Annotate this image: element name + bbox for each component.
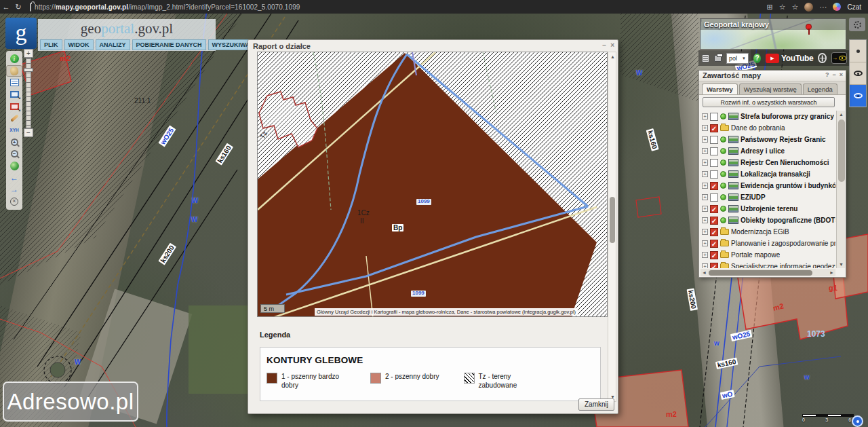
menu-item[interactable]: POBIERANIE DANYCH [132, 39, 206, 50]
contrast-option-selected[interactable] [850, 85, 866, 107]
contrast-option-small[interactable] [850, 40, 866, 62]
panel-tab[interactable]: Legenda [803, 83, 837, 94]
panel-horizontal-scrollbar[interactable]: ◄ ► [701, 269, 835, 276]
measure-tool[interactable] [6, 113, 22, 125]
zoom-thumb[interactable] [24, 68, 33, 72]
favorites-list-icon[interactable]: ☆ [792, 3, 799, 12]
layer-label[interactable]: Planowanie i zagospodarowanie przestrzen… [731, 240, 835, 247]
layer-checkbox[interactable]: ✓ [710, 228, 718, 236]
panel-minimize-icon[interactable]: − [832, 71, 835, 81]
zoom-in-button[interactable]: + [24, 49, 33, 58]
layer-label[interactable]: Adresy i ulice [741, 147, 785, 155]
dialog-close-icon[interactable]: × [610, 42, 614, 52]
layer-checkbox[interactable]: ✓ [710, 113, 718, 121]
layer-checkbox[interactable]: ✓ [710, 205, 718, 213]
previous-view-tool[interactable]: ← [6, 172, 22, 184]
next-view-tool[interactable]: → [6, 184, 22, 196]
pan-tool[interactable] [6, 65, 22, 77]
zoom-in-tool[interactable]: + [6, 136, 22, 149]
favorite-icon[interactable]: ☆ [779, 3, 786, 12]
expand-icon[interactable]: + [702, 136, 708, 143]
layer-checkbox[interactable]: ✓ [710, 124, 718, 132]
panel-vertical-scrollbar[interactable]: ▲ ▼ [836, 111, 845, 268]
layer-label[interactable]: Ewidencja gruntów i budynków [741, 182, 835, 189]
expand-icon[interactable]: + [702, 171, 708, 177]
dialog-scrollbar[interactable]: ▲ ▼ [608, 52, 616, 402]
full-extent-tool[interactable] [6, 160, 22, 172]
layer-label[interactable]: Rejestr Cen Nieruchomości [741, 159, 829, 166]
layer-checkbox[interactable]: ✓ [710, 159, 718, 167]
xyh-coordinates-tool[interactable]: XYH [6, 124, 22, 136]
legend-list-icon[interactable] [702, 54, 709, 62]
expand-icon[interactable]: + [702, 229, 708, 235]
expand-icon[interactable]: + [702, 113, 708, 119]
close-report-button[interactable]: Zamknij [578, 398, 614, 411]
scroll-up-icon[interactable]: ▲ [837, 111, 846, 118]
split-screen-icon[interactable]: ⊞ [766, 3, 772, 12]
map-settings-button[interactable] [849, 18, 865, 31]
layer-label[interactable]: Państwowy Rejestr Granic [741, 136, 826, 143]
layer-checkbox[interactable]: ✓ [710, 240, 718, 248]
panel-tab[interactable]: Warstwy [702, 83, 738, 94]
layer-label[interactable]: Portale mapowe [731, 251, 780, 259]
youtube-link[interactable]: ▶YouTube [766, 54, 813, 63]
layer-checkbox[interactable]: ✓ [710, 217, 718, 225]
menu-dots-icon[interactable]: ⋯ [819, 3, 827, 12]
expand-icon[interactable]: + [702, 206, 708, 212]
layer-checkbox[interactable]: ✓ [710, 251, 718, 259]
expand-icon[interactable]: + [702, 263, 708, 268]
expand-all-button[interactable]: Rozwiń inf. o wszystkich warstwach [703, 97, 835, 107]
layer-label[interactable]: Strefa buforowa przy granicy polsko-biał… [741, 113, 835, 120]
scroll-thumb[interactable] [610, 197, 615, 243]
layer-checkbox[interactable]: ✓ [710, 147, 718, 155]
layer-label[interactable]: Lokalizacja transakcji [741, 170, 810, 178]
scroll-thumb[interactable] [838, 119, 845, 182]
menu-item[interactable]: ANALIZY [96, 39, 130, 50]
expand-icon[interactable]: + [702, 252, 708, 258]
expand-icon[interactable]: + [702, 125, 708, 131]
scroll-right-icon[interactable]: ► [828, 269, 835, 276]
menu-item[interactable]: WIDOK [64, 39, 94, 50]
geoportal-logo[interactable]: g [5, 18, 37, 49]
language-select[interactable]: pol▼ [726, 53, 749, 64]
scroll-thumb[interactable] [709, 270, 812, 276]
layer-label[interactable]: Obiekty topograficzne (BDOT500) [741, 217, 835, 224]
deselect-area-tool[interactable]: ↘ [6, 100, 22, 113]
dialog-minimize-icon[interactable]: − [602, 42, 606, 52]
back-icon[interactable]: ← [0, 3, 12, 11]
layer-checkbox[interactable]: ✓ [710, 263, 718, 269]
layer-label[interactable]: Dane do pobrania [731, 124, 785, 132]
layer-label[interactable]: Specjalistyczne informacje geodezyjne [731, 263, 835, 268]
profile-avatar[interactable] [804, 3, 813, 12]
expand-icon[interactable]: + [702, 183, 708, 189]
layer-label[interactable]: EZiUDP [741, 193, 766, 201]
layer-checkbox[interactable]: ✓ [710, 182, 718, 190]
panel-help-icon[interactable]: ? [825, 71, 829, 81]
locate-button[interactable] [852, 415, 863, 427]
print-icon[interactable] [714, 55, 722, 62]
settings-wheel-icon[interactable] [818, 53, 827, 63]
soil-map[interactable]: 109910991CzIIBpTz 5 m Główny Urząd Geode… [257, 52, 608, 317]
help-icon[interactable]: ? [753, 54, 761, 63]
scroll-up-icon[interactable]: ▲ [608, 53, 617, 60]
results-list-tool[interactable] [6, 77, 22, 89]
dialog-titlebar[interactable]: Raport o działce − × [248, 40, 618, 52]
layer-checkbox[interactable]: ✓ [710, 193, 718, 202]
layer-label[interactable]: Uzbrojenie terenu [741, 205, 797, 212]
scroll-left-icon[interactable]: ◄ [701, 269, 708, 276]
copilot-icon[interactable] [833, 3, 841, 11]
layer-checkbox[interactable]: ✓ [710, 136, 718, 144]
chat-button[interactable]: Czat [847, 3, 861, 11]
contrast-option-dark[interactable] [850, 62, 866, 85]
zoom-out-tool[interactable]: − [6, 148, 22, 160]
overview-minimap[interactable]: Geoportal krajowy [700, 18, 846, 50]
select-area-tool[interactable]: ↘ [6, 89, 22, 101]
layer-checkbox[interactable]: ✓ [710, 170, 718, 179]
info-tool[interactable]: i [6, 53, 22, 65]
layer-label[interactable]: Modernizacja EGiB [731, 228, 789, 236]
clear-selection-tool[interactable]: × [6, 196, 22, 208]
url-text[interactable]: https://mapy.geoportal.gov.pl/imap/Imgp_… [35, 3, 300, 11]
reload-icon[interactable]: ↻ [12, 3, 24, 12]
expand-icon[interactable]: + [702, 240, 708, 246]
expand-icon[interactable]: + [702, 148, 708, 154]
